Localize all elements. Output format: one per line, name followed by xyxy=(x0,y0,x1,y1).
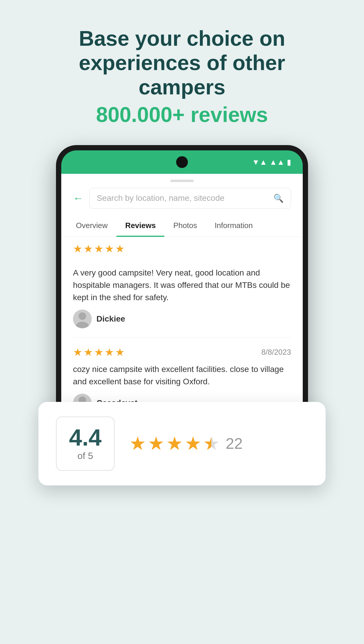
header-section: Base your choice on experiences of other… xyxy=(50,0,314,145)
tab-photos[interactable]: Photos xyxy=(164,215,206,237)
star-3: ★ xyxy=(166,433,183,454)
svg-point-1 xyxy=(76,322,89,328)
svg-point-0 xyxy=(79,312,86,320)
rating-card-overlay: 4.4 of 5 ★ ★ ★ ★ ★ 22 xyxy=(38,402,326,485)
search-input-box[interactable]: Search by location, name, sitecode 🔍 xyxy=(89,188,291,209)
stars-row: ★ ★ ★ ★ ★ xyxy=(129,433,220,454)
review-1-text: A very good campsite! Very neat, good lo… xyxy=(73,267,291,304)
rev2-star-5: ★ xyxy=(115,346,125,358)
rev2-star-2: ★ xyxy=(84,346,93,358)
review-count: 22 xyxy=(226,435,243,452)
phone-screen: ← Search by location, name, sitecode 🔍 O… xyxy=(61,174,303,422)
tab-reviews[interactable]: Reviews xyxy=(116,215,164,237)
review-2-text: cozy nice campsite with excellent facili… xyxy=(73,363,291,388)
rating-score-box: 4.4 of 5 xyxy=(56,417,115,471)
battery-icon: ▮ xyxy=(287,157,291,166)
partial-star-5: ★ xyxy=(115,243,125,255)
header-subtitle: 800.000+ reviews xyxy=(74,102,290,127)
partial-star-2: ★ xyxy=(84,243,93,255)
tab-overview[interactable]: Overview xyxy=(67,215,116,237)
reviews-content: ★ ★ ★ ★ ★ A very good campsite! Very nea… xyxy=(61,237,303,422)
status-bar: ▼▲ ▲▲ ▮ xyxy=(61,150,303,174)
review-partial-top: ★ ★ ★ ★ ★ xyxy=(73,237,291,258)
wifi-icon: ▼▲ xyxy=(252,157,267,166)
stars-count-row: ★ ★ ★ ★ ★ 22 xyxy=(129,433,308,454)
tab-information[interactable]: Information xyxy=(206,215,261,237)
phone-mockup: ▼▲ ▲▲ ▮ ← Search by location, name, site… xyxy=(56,145,308,427)
rev2-star-3: ★ xyxy=(94,346,103,358)
rev2-star-1: ★ xyxy=(73,346,82,358)
rating-number: 4.4 xyxy=(68,426,102,449)
tabs-row: Overview Reviews Photos Information xyxy=(61,215,303,237)
review-2-date: 8/8/2023 xyxy=(261,348,291,357)
status-icons: ▼▲ ▲▲ ▮ xyxy=(252,157,291,166)
partial-star-4: ★ xyxy=(105,243,114,255)
star-half: ★ xyxy=(203,433,220,454)
phone-wrapper: ▼▲ ▲▲ ▮ ← Search by location, name, site… xyxy=(56,145,308,462)
review-2-stars: ★ ★ ★ ★ ★ xyxy=(73,346,125,358)
star-4: ★ xyxy=(185,433,201,454)
rev2-star-4: ★ xyxy=(105,346,114,358)
search-placeholder-text: Search by location, name, sitecode xyxy=(97,193,224,203)
review-item-1: A very good campsite! Very neat, good lo… xyxy=(73,258,291,337)
drag-indicator xyxy=(170,180,194,182)
back-button[interactable]: ← xyxy=(73,192,84,204)
search-icon: 🔍 xyxy=(273,193,284,203)
star-1: ★ xyxy=(129,433,146,454)
phone-camera xyxy=(176,156,188,168)
search-area: ← Search by location, name, sitecode 🔍 xyxy=(61,174,303,209)
signal-icon: ▲▲ xyxy=(270,157,285,166)
partial-star-3: ★ xyxy=(94,243,103,255)
screen-content: ← Search by location, name, sitecode 🔍 O… xyxy=(61,174,303,422)
rating-of-label: of 5 xyxy=(68,451,102,461)
review-2-stars-row: ★ ★ ★ ★ ★ 8/8/2023 xyxy=(73,346,291,358)
search-bar-row: ← Search by location, name, sitecode 🔍 xyxy=(73,188,291,209)
reviewer-1-avatar xyxy=(73,310,92,328)
header-title: Base your choice on experiences of other… xyxy=(74,26,290,99)
avatar-icon xyxy=(73,310,92,328)
star-2: ★ xyxy=(148,433,164,454)
reviewer-1-name: Dickiee xyxy=(96,314,125,324)
partial-star-1: ★ xyxy=(73,243,82,255)
reviewer-1-row: Dickiee xyxy=(73,310,291,328)
